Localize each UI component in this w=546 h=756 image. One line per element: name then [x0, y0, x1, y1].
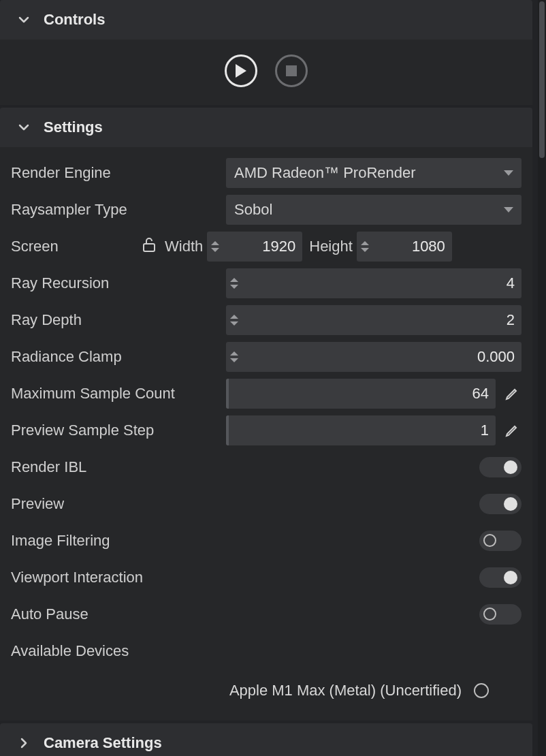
stepper-icon	[230, 305, 241, 335]
settings-header[interactable]: Settings	[0, 108, 532, 147]
chevron-down-icon	[16, 120, 31, 135]
lock-open-icon[interactable]	[142, 236, 157, 257]
ray-recursion-row: Ray Recursion 4	[11, 268, 521, 298]
chevron-right-icon	[16, 736, 31, 751]
max-sample-row: Maximum Sample Count 64	[11, 379, 521, 409]
auto-pause-label: Auto Pause	[11, 605, 479, 623]
viewport-interaction-toggle[interactable]	[479, 567, 521, 588]
image-filtering-label: Image Filtering	[11, 532, 479, 550]
preview-row: Preview	[11, 489, 521, 519]
screen-label: Screen	[11, 238, 133, 255]
max-sample-label: Maximum Sample Count	[11, 385, 226, 403]
preview-step-label: Preview Sample Step	[11, 422, 226, 439]
width-label: Width	[165, 238, 203, 255]
ray-depth-input[interactable]: 2	[226, 305, 521, 335]
controls-body	[0, 40, 532, 105]
edit-button[interactable]	[502, 384, 521, 403]
radiance-clamp-row: Radiance Clamp 0.000	[11, 342, 521, 372]
device-name: Apple M1 Max (Metal) (Uncertified)	[229, 682, 462, 699]
preview-step-value: 1	[481, 422, 489, 439]
stop-button[interactable]	[275, 54, 308, 87]
ray-recursion-input[interactable]: 4	[226, 268, 521, 298]
ray-depth-row: Ray Depth 2	[11, 305, 521, 335]
controls-title: Controls	[44, 11, 105, 29]
stepper-icon	[211, 232, 222, 262]
stepper-icon	[230, 342, 241, 372]
device-row: Apple M1 Max (Metal) (Uncertified)	[11, 676, 521, 706]
settings-title: Settings	[44, 119, 103, 136]
height-value: 1080	[376, 238, 445, 255]
render-ibl-row: Render IBL	[11, 452, 521, 482]
render-engine-label: Render Engine	[11, 164, 226, 182]
preview-step-row: Preview Sample Step 1	[11, 415, 521, 445]
stepper-icon	[230, 268, 241, 298]
render-engine-row: Render Engine AMD Radeon™ ProRender	[11, 158, 521, 188]
preview-step-slider[interactable]: 1	[226, 415, 496, 445]
ray-recursion-label: Ray Recursion	[11, 274, 226, 292]
svg-rect-1	[144, 244, 155, 251]
camera-settings-title: Camera Settings	[44, 734, 162, 752]
raysampler-value: Sobol	[234, 201, 272, 219]
caret-down-icon	[504, 207, 513, 212]
stepper-icon	[361, 232, 372, 262]
svg-rect-0	[286, 65, 297, 76]
auto-pause-toggle[interactable]	[479, 604, 521, 625]
camera-settings-header[interactable]: Camera Settings	[0, 723, 532, 756]
caret-down-icon	[504, 170, 513, 176]
preview-label: Preview	[11, 495, 479, 513]
raysampler-row: Raysampler Type Sobol	[11, 195, 521, 225]
render-engine-dropdown[interactable]: AMD Radeon™ ProRender	[226, 158, 521, 188]
ray-depth-value: 2	[245, 311, 515, 329]
controls-section: Controls	[0, 0, 532, 105]
scrollbar-thumb[interactable]	[539, 1, 545, 158]
height-label: Height	[309, 238, 353, 255]
scrollbar[interactable]	[538, 0, 546, 756]
play-button[interactable]	[225, 54, 257, 87]
height-input[interactable]: 1080	[357, 232, 452, 262]
controls-header[interactable]: Controls	[0, 0, 532, 40]
radiance-clamp-input[interactable]: 0.000	[226, 342, 521, 372]
ray-depth-label: Ray Depth	[11, 311, 226, 329]
ray-recursion-value: 4	[245, 274, 515, 292]
image-filtering-row: Image Filtering	[11, 526, 521, 556]
chevron-down-icon	[16, 12, 31, 27]
viewport-interaction-label: Viewport Interaction	[11, 569, 479, 586]
render-engine-value: AMD Radeon™ ProRender	[234, 164, 416, 182]
edit-button[interactable]	[502, 421, 521, 440]
render-ibl-toggle[interactable]	[479, 457, 521, 477]
screen-row: Screen Width 1920 Height	[11, 232, 521, 262]
radiance-clamp-label: Radiance Clamp	[11, 348, 226, 366]
settings-body: Render Engine AMD Radeon™ ProRender Rays…	[0, 147, 532, 721]
width-value: 1920	[226, 238, 295, 255]
settings-section: Settings Render Engine AMD Radeon™ ProRe…	[0, 108, 532, 721]
radiance-clamp-value: 0.000	[245, 348, 515, 366]
raysampler-label: Raysampler Type	[11, 201, 226, 219]
available-devices-label: Available Devices	[11, 636, 521, 666]
max-sample-value: 64	[472, 385, 489, 403]
auto-pause-row: Auto Pause	[11, 599, 521, 629]
camera-settings-section: Camera Settings	[0, 723, 532, 756]
width-input[interactable]: 1920	[207, 232, 302, 262]
device-radio[interactable]	[474, 683, 489, 698]
preview-toggle[interactable]	[479, 494, 521, 514]
render-ibl-label: Render IBL	[11, 458, 479, 476]
viewport-interaction-row: Viewport Interaction	[11, 563, 521, 593]
raysampler-dropdown[interactable]: Sobol	[226, 195, 521, 225]
image-filtering-toggle[interactable]	[479, 531, 521, 551]
max-sample-slider[interactable]: 64	[226, 379, 496, 409]
